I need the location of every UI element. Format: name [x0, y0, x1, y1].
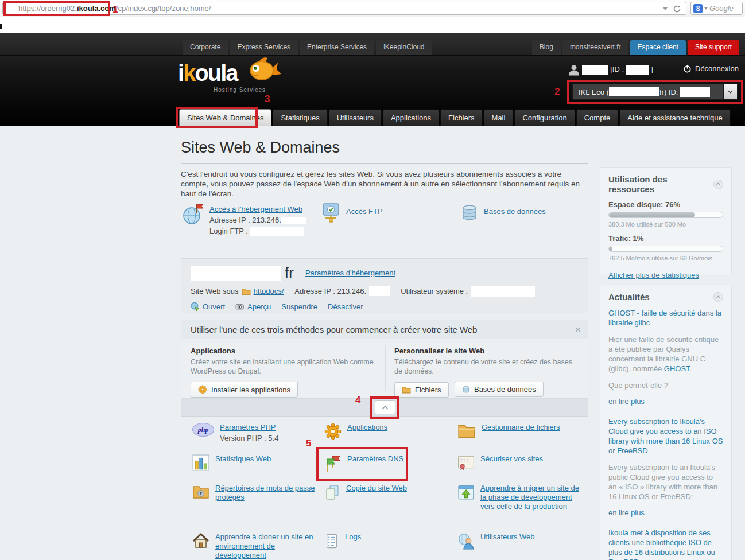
sysuser-label: Utilisateur système : — [401, 287, 468, 295]
preview-icon — [235, 302, 245, 311]
logout-button[interactable]: Déconnexion — [683, 64, 739, 73]
dns-flags-icon — [324, 454, 342, 473]
nav-blog[interactable]: Blog — [532, 40, 561, 55]
tab-aide[interactable]: Aide et assistance technique — [619, 109, 731, 126]
logo-tagline: Hosting Services — [214, 87, 266, 93]
tab-mail[interactable]: Mail — [484, 109, 514, 126]
databases-link[interactable]: Bases de données — [484, 207, 546, 216]
tab-sites-web-domaines[interactable]: Sites Web & Domaines — [179, 109, 271, 126]
url-path: /cp/index.cgi/top/zone,home/ — [116, 4, 211, 13]
locked-folder-icon — [192, 484, 209, 500]
tool-logs: Logs — [324, 532, 448, 550]
tab-configuration[interactable]: Configuration — [514, 109, 575, 126]
ftp-icon — [321, 203, 341, 223]
domain-panel: fr Paramètres d'hébergement Site Web sou… — [181, 258, 588, 313]
tab-utilisateurs[interactable]: Utilisateurs — [329, 109, 382, 126]
install-applications-button[interactable]: Installer les applications — [191, 382, 298, 398]
nav-enterprise-services[interactable]: Enterprise Services — [300, 40, 374, 55]
panel-tab-bar: Sites Web & Domaines Statistiques Utilis… — [179, 109, 731, 126]
reload-icon[interactable] — [673, 5, 681, 13]
nav-express-services[interactable]: Express Services — [230, 40, 298, 55]
resource-panel-title: Utilisation des ressources — [608, 174, 713, 194]
news-item-library-title[interactable]: Ikoula met à disposition de ses clients … — [608, 528, 723, 560]
search-input[interactable]: 8 Google — [690, 2, 743, 15]
page-intro: C'est l'endroit où vous configurez et gé… — [181, 169, 586, 199]
database-icon — [460, 203, 479, 222]
close-icon[interactable]: × — [575, 320, 581, 339]
php-settings-link[interactable]: Paramètres PHP — [220, 423, 276, 431]
nav-espace-client[interactable]: Espace client — [630, 40, 686, 55]
migrate-site-link[interactable]: Apprendre à migrer un site de la phase d… — [480, 484, 579, 511]
bar-chart-icon — [192, 454, 209, 472]
subscription-dropdown-button[interactable] — [723, 84, 737, 99]
news-item-iso-title[interactable]: Every subscription to Ikoula's Cloud giv… — [608, 417, 723, 456]
news-item-ghost-title[interactable]: GHOST - faille de sécurité dans la libra… — [608, 308, 723, 328]
secure-sites-link[interactable]: Sécuriser vos sites — [480, 454, 543, 463]
disable-action[interactable]: Désactiver — [328, 302, 363, 311]
logo-letter-k: k — [183, 60, 195, 85]
hosting-settings-link[interactable]: Paramètres d'hébergement — [305, 269, 395, 277]
ikoula-logo[interactable]: ikoula Hosting Services — [178, 60, 293, 105]
address-bar[interactable]: https://orderng02.ikoula.com/cp/index.cg… — [2, 2, 686, 15]
nav-corporate[interactable]: Corporate — [183, 40, 228, 55]
ftp-access-link[interactable]: Accès FTP — [346, 207, 383, 216]
quicklink-hosting: Accès à l'hébergement Web Adresse IP : 2… — [183, 203, 306, 236]
subscription-selector[interactable]: IKL Eco ( fr) ID: — [572, 84, 738, 100]
address-dropdown-icon[interactable] — [663, 7, 668, 10]
more-statistics-link[interactable]: Afficher plus de statistiques — [608, 271, 699, 279]
collapse-resources-button[interactable] — [713, 180, 723, 189]
folder-icon — [242, 287, 251, 295]
tool-migrate-site: Apprendre à migrer un site de la phase d… — [457, 484, 583, 511]
dns-settings-link[interactable]: Paramètres DNS — [347, 454, 403, 463]
tab-statistiques[interactable]: Statistiques — [273, 109, 327, 126]
ghost-link[interactable]: GHOST — [664, 364, 690, 373]
web-users-link[interactable]: Utilisateurs Web — [480, 532, 534, 541]
open-site-action[interactable]: Ouvert — [191, 302, 225, 311]
traffic-usage-label: Trafic: 1% — [608, 234, 723, 243]
url-prefix: https://orderng02. — [18, 4, 77, 13]
database-icon — [462, 385, 470, 394]
chrome-spacer — [0, 17, 745, 33]
clone-site-link[interactable]: Apprendre à cloner un site en environnem… — [215, 532, 313, 559]
id-open-bracket: [ID : — [610, 65, 624, 73]
disk-usage-caption: 380.3 Mo utilisé sur 500 Mo — [608, 221, 723, 228]
disk-usage-bar — [608, 212, 723, 218]
nav-monsiteestvert[interactable]: monsiteestvert.fr — [562, 40, 628, 55]
web-statistics-link[interactable]: Statistiques Web — [215, 454, 271, 463]
collapse-tools-button[interactable] — [375, 400, 395, 414]
applications-link[interactable]: Applications — [347, 423, 387, 431]
tool-secure-sites: Sécuriser vos sites — [457, 454, 584, 470]
php-version: Version PHP : 5.4 — [220, 434, 329, 443]
logs-link[interactable]: Logs — [345, 532, 361, 541]
protected-dirs-link[interactable]: Répertoires de mots de passe protégés — [215, 484, 315, 501]
httpdocs-link[interactable]: httpdocs/ — [254, 287, 284, 295]
databases-button[interactable]: Bases de données — [455, 382, 544, 397]
search-engine-dropdown-icon[interactable] — [704, 7, 708, 10]
preview-action[interactable]: Aperçu — [235, 302, 271, 311]
hosting-access-link[interactable]: Accès à l'hébergement Web — [209, 205, 302, 213]
file-manager-link[interactable]: Gestionnaire de fichiers — [482, 423, 560, 431]
nav-ikeepincloud[interactable]: iKeepinCloud — [376, 40, 432, 55]
read-more-link[interactable]: en lire plus — [608, 508, 645, 517]
certificate-icon — [457, 454, 475, 470]
site-header: Corporate Express Services Enterprise Se… — [0, 33, 745, 126]
suspend-action[interactable]: Suspendre — [281, 302, 317, 311]
site-copy-link[interactable]: Copie du site Web — [346, 484, 407, 492]
tab-applications[interactable]: Applications — [383, 109, 439, 126]
tab-compte[interactable]: Compte — [576, 109, 619, 126]
collapse-news-button[interactable] — [713, 292, 723, 302]
redacted-site-ip — [369, 286, 390, 296]
read-more-link[interactable]: en lire plus — [608, 397, 645, 406]
screenshot-stage: https://orderng02.ikoula.com/cp/index.cg… — [0, 0, 745, 560]
news-panel: Actualités GHOST - faille de sécurité da… — [600, 285, 732, 560]
column-divider — [385, 345, 386, 391]
hosting-ftp-label: Login FTP : — [209, 227, 248, 235]
search-placeholder: Google — [709, 4, 734, 13]
redacted-domain-name — [191, 266, 281, 281]
tab-fichiers[interactable]: Fichiers — [440, 109, 483, 126]
getting-started-title: Utiliser l'une de ces trois méthodes pou… — [191, 325, 477, 335]
site-under-label: Site Web sous — [191, 287, 239, 295]
nav-site-support[interactable]: Site support — [688, 40, 739, 55]
files-button[interactable]: Fichiers — [394, 382, 449, 398]
main-content: Sites Web & Domaines C'est l'endroit où … — [181, 126, 588, 199]
